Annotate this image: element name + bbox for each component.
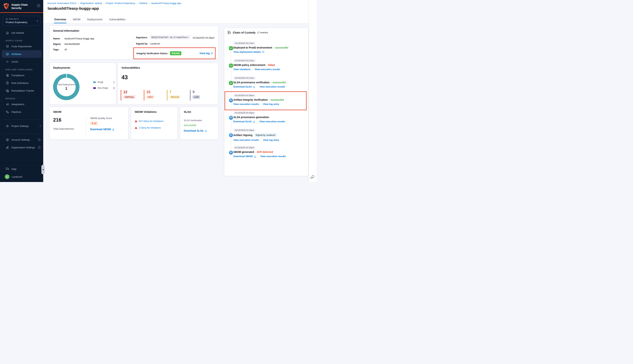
sidebar-item-help[interactable]: ?Help: [0, 165, 43, 173]
event-link-view-execution-results[interactable]: View execution results: [259, 85, 285, 88]
avatar: L: [5, 174, 10, 179]
view-log-link[interactable]: View log: [199, 52, 213, 55]
violation-link-637-allow-list-violations[interactable]: 637 Allow list Violations: [139, 120, 164, 122]
event-link-label: View log entry: [263, 103, 279, 106]
event-link-view-deployment-details[interactable]: View deployment details: [233, 50, 264, 53]
infinity-icon: ∞: [6, 60, 9, 63]
signed-by-label: Signed by:: [136, 42, 148, 45]
breadcrumb-link-organization-default[interactable]: Organization: default: [80, 2, 102, 4]
tab-deployments[interactable]: Deployments: [87, 16, 103, 23]
slsa-verification-label: SLSA Verification: [184, 119, 202, 122]
sidebar-item-artifacts[interactable]: Artifacts: [2, 50, 42, 58]
event-link-view-execution-results[interactable]: View execution results: [260, 155, 286, 158]
sidebar-item-project-settings[interactable]: Project Settings›: [0, 122, 43, 130]
sidebar-item-label: CI/CD: [11, 60, 18, 63]
event-title: SLSA provenance verification: [233, 81, 270, 84]
breadcrumb-link-account-automation-ssca[interactable]: Account: Automation-SSCA: [47, 2, 76, 4]
sidebar: Supply Chain Security PROJECT Product Ex…: [0, 0, 43, 182]
project-name: Product Exploratory: [6, 21, 36, 24]
sidebar-item-code-repositories[interactable]: Code Repositories: [0, 42, 43, 50]
event-link-label: Download SLSA: [233, 85, 252, 88]
donut-center-label: Total Deployments: [57, 83, 76, 86]
vulnerabilities-total: 43: [122, 74, 128, 81]
sidebar-item-label: Rule Definitions: [11, 82, 29, 84]
field-label: Digest:: [53, 43, 64, 46]
pipeline-badge-icon: ∞: [229, 64, 233, 68]
severity-bar: [121, 90, 121, 100]
event-link-view-execution-results[interactable]: View execution results: [233, 103, 259, 106]
sidebar-item-ci-cd[interactable]: ∞CI/CD: [0, 58, 43, 66]
right-rail: [308, 0, 316, 182]
layers-gear-icon: [6, 138, 9, 141]
field-value: lavakush07/easy-buggy-app: [64, 37, 94, 40]
integrity-status-badge: Passed: [170, 51, 181, 55]
donut-legend: Prod1Pre Prod0: [93, 81, 115, 90]
sidebar-item-rule-definitions[interactable]: Rule Definitions: [0, 79, 43, 87]
module-grid-icon[interactable]: [37, 3, 40, 7]
legend-value: 0: [113, 86, 115, 90]
sidebar-item-organization-settings[interactable]: Organization Settings: [0, 144, 43, 151]
project-selector[interactable]: PROJECT Product Exploratory ›: [3, 16, 40, 26]
sidebar-item-label: Project Settings: [11, 125, 29, 128]
event-link-download-sbom[interactable]: Download SBOM: [233, 155, 256, 158]
event-link-label: View execution results: [259, 120, 285, 123]
event-link-view-log-entry[interactable]: View log entry: [263, 103, 279, 106]
event-link-label: View execution results: [233, 138, 259, 141]
tab-vulnerabilities[interactable]: Vulnerabilities: [109, 16, 126, 23]
sidebar-item-account-settings[interactable]: Account Settings: [0, 136, 43, 144]
chat-support-icon[interactable]: [310, 175, 315, 179]
chain-event-deployed-to-prod2-environment: ∞01/16/2025 03:27pmDeployed to Prod2 env…: [228, 42, 306, 59]
sidebar-item-integrations[interactable]: Integrations: [0, 100, 43, 108]
legend-label: Pre Prod: [98, 86, 108, 90]
sidebar-item-pipelines[interactable]: Pipelines: [0, 108, 43, 116]
tab-sbom[interactable]: SBOM: [72, 16, 81, 23]
chain-event-slsa-provenance-verification: ∞01/16/2025 03:27pmSLSA provenance verif…: [228, 76, 306, 94]
severity-critical: 12CRITICAL: [121, 90, 144, 100]
breadcrumb-link-lavakush07-easy-buggy-app[interactable]: lavakush07/easy-buggy-app: [151, 2, 181, 4]
sidebar-item-label: Remediation Tracker: [11, 89, 34, 92]
info-icon: [38, 138, 41, 141]
severity-count: 7: [170, 90, 180, 94]
field-tags: Tags:v5: [53, 48, 94, 51]
user-menu[interactable]: LLavakush: [0, 173, 43, 180]
event-link-view-execution-results[interactable]: View execution results: [254, 68, 280, 71]
severity-badge: MEDIUM: [170, 95, 180, 99]
warning-icon: [134, 126, 137, 129]
event-link-download-slsa[interactable]: Download SLSA: [233, 85, 255, 88]
event-link-view-violations[interactable]: View violations: [233, 68, 250, 71]
slsa-verification-status: Successful: [184, 124, 196, 127]
tab-bar: OverviewSBOMDeploymentsVulnerabilities: [54, 16, 126, 23]
event-timestamp: 01/16/2025 03:27pm: [233, 42, 256, 45]
download-icon: [112, 128, 114, 130]
event-timestamp: 01/16/2025 03:26pm: [233, 111, 256, 114]
sidebar-section-label: SUPPLY CHAIN: [0, 36, 43, 42]
severity-badge: LOW: [192, 95, 200, 99]
signature-value: MEQCICde2VjIT...bL+2+mqnOXw==: [150, 35, 190, 39]
sidebar-item-compliance[interactable]: Compliance: [0, 72, 43, 79]
pipeline-badge-icon: ∞: [229, 81, 233, 85]
field-name: Name:lavakush07/easy-buggy-app: [53, 37, 94, 40]
field-label: Tags:: [53, 48, 64, 51]
sbom-total-label: Total Dependencies: [53, 128, 74, 130]
sidebar-item-get-started[interactable]: Get Started: [0, 29, 43, 36]
divider: [3, 134, 40, 134]
violation-link-2-deny-list-violations[interactable]: 2 Deny list Violations: [139, 126, 161, 129]
event-link-view-log-entry[interactable]: View log entry: [263, 138, 279, 141]
breadcrumb-link-project-product-exploratory[interactable]: Project: Product Exploratory: [106, 2, 135, 4]
download-slsa-link[interactable]: Download SLSA: [184, 129, 207, 132]
org-gear-icon: [6, 146, 9, 149]
sidebar-collapse-handle[interactable]: ◀: [42, 165, 45, 174]
download-sbom-link[interactable]: Download SBOM: [90, 128, 114, 131]
sidebar-item-remediation-tracker[interactable]: Remediation Tracker: [0, 87, 43, 94]
sidebar-item-label: Artifacts: [11, 53, 22, 56]
card-title: Vulnerabilities: [122, 66, 140, 69]
severity-medium: 7MEDIUM: [167, 90, 190, 100]
breadcrumb-link-artifacts[interactable]: Artifacts: [139, 2, 148, 4]
event-link-view-execution-results[interactable]: View execution results: [259, 120, 285, 123]
severity-bar: [190, 90, 190, 100]
legend-label: Prod: [98, 81, 103, 84]
event-link-download-slsa[interactable]: Download SLSA: [233, 120, 255, 123]
app-logo-row: Supply Chain Security: [0, 0, 43, 12]
tab-overview[interactable]: Overview: [54, 16, 66, 23]
event-link-view-execution-results[interactable]: View execution results: [233, 138, 259, 141]
